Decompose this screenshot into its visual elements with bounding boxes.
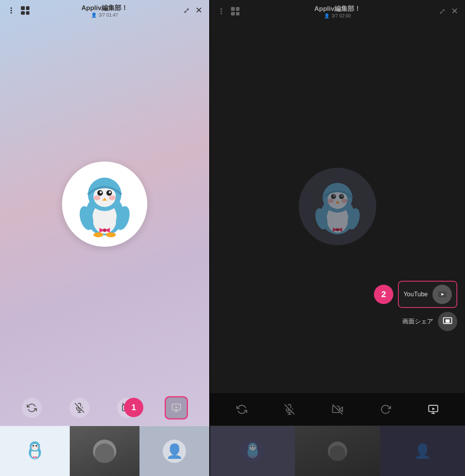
right-call-info: 👤 3/7 02:00	[324, 13, 351, 19]
rotate-button[interactable]	[22, 398, 42, 418]
svg-point-7	[109, 191, 111, 193]
thumbnail-1[interactable]	[0, 426, 70, 476]
screen-share-icon	[443, 316, 453, 326]
mute-button[interactable]	[69, 398, 90, 418]
right-video-off-button[interactable]	[327, 399, 348, 419]
person-count-icon: 👤	[91, 12, 97, 18]
svg-point-70	[250, 445, 256, 450]
right-shrink-icon[interactable]: ⤢	[439, 7, 446, 16]
left-header-icons	[7, 6, 29, 15]
right-rotate-icon	[236, 404, 247, 415]
close-icon[interactable]: ✕	[195, 6, 202, 15]
svg-point-16	[93, 232, 103, 237]
call-subtitle: 3/7 01:47	[98, 12, 118, 18]
left-main-area	[0, 18, 209, 390]
right-grid-icon[interactable]	[231, 7, 239, 15]
share-menu: 2 YouTube 画面シェア	[374, 281, 457, 331]
screen-share-row: 画面シェア	[374, 312, 457, 331]
right-header-right-icons: ⤢ ✕	[439, 6, 458, 16]
person-placeholder: 👤	[163, 440, 186, 463]
call-title: Appliv編集部！	[81, 3, 128, 12]
right-more-icon[interactable]	[217, 7, 226, 15]
left-toolbar: 1	[0, 390, 209, 426]
right-header: Appliv編集部！ 👤 3/7 02:00 ⤢ ✕	[210, 0, 465, 19]
right-mic-off-icon	[284, 404, 295, 415]
svg-point-46	[341, 195, 343, 197]
svg-point-32	[36, 445, 37, 446]
screen-share-label: 画面シェア	[402, 318, 433, 326]
left-thumbnails: 👤	[0, 426, 209, 476]
youtube-icon	[437, 289, 447, 299]
left-header: Appliv編集部！ 👤 3/7 01:47 ⤢ ✕	[0, 0, 209, 18]
right-thumb-penguin	[241, 440, 264, 463]
svg-point-15	[103, 229, 107, 232]
right-refresh-icon	[380, 404, 391, 415]
svg-point-35	[36, 447, 39, 448]
youtube-button[interactable]	[432, 285, 452, 304]
svg-marker-23	[175, 406, 178, 409]
rotate-icon	[27, 403, 37, 413]
play-icon	[171, 403, 181, 413]
header-center: Appliv編集部！ 👤 3/7 01:47	[81, 3, 128, 18]
svg-point-48	[327, 199, 334, 203]
right-close-icon[interactable]: ✕	[451, 6, 458, 16]
right-thumbnail-3[interactable]: 👤	[380, 426, 465, 476]
svg-point-34	[31, 447, 33, 448]
svg-point-9	[93, 195, 100, 200]
screen-share-button[interactable]	[438, 312, 457, 331]
right-rotate-button[interactable]	[232, 399, 252, 419]
youtube-option[interactable]: YouTube	[398, 281, 457, 308]
svg-rect-58	[446, 320, 450, 323]
svg-point-72	[253, 446, 255, 447]
svg-point-49	[341, 199, 348, 203]
right-call-title: Appliv編集部！	[314, 4, 361, 13]
youtube-label: YouTube	[403, 291, 428, 298]
mic-off-icon	[74, 403, 84, 413]
right-thumbnails: 👤	[210, 426, 465, 476]
more-icon[interactable]	[7, 6, 16, 15]
svg-point-54	[336, 228, 339, 231]
grid-icon[interactable]	[21, 6, 29, 15]
right-header-icons: ⤢ ✕	[183, 6, 202, 15]
svg-point-31	[33, 445, 34, 446]
right-header-left-icons	[217, 7, 239, 15]
thumb-penguin	[21, 438, 48, 465]
youtube-share-row: 2 YouTube	[374, 281, 457, 308]
call-info: 👤 3/7 01:47	[91, 12, 118, 18]
right-play-button[interactable]	[423, 399, 443, 419]
svg-point-45	[333, 195, 335, 197]
badge-1: 1	[124, 398, 143, 417]
left-panel: Appliv編集部！ 👤 3/7 01:47 ⤢ ✕	[0, 0, 209, 476]
share-play-button[interactable]	[165, 396, 188, 419]
right-main-area: 2 YouTube 画面シェア	[210, 19, 465, 393]
right-toolbar	[210, 393, 465, 426]
right-call-subtitle: 3/7 02:00	[331, 13, 351, 19]
right-thumbnail-2[interactable]	[295, 426, 380, 476]
right-play-icon	[428, 404, 439, 415]
right-refresh-button[interactable]	[375, 399, 396, 419]
avatar-circle	[62, 162, 147, 247]
badge-2: 2	[374, 285, 393, 304]
right-penguin-avatar	[307, 175, 369, 237]
thumbnail-3[interactable]: 👤	[140, 426, 209, 476]
shrink-icon[interactable]: ⤢	[183, 7, 190, 14]
right-video-off-icon	[332, 404, 343, 415]
svg-point-38	[34, 457, 36, 458]
svg-point-6	[100, 191, 102, 193]
right-panel: Appliv編集部！ 👤 3/7 02:00 ⤢ ✕	[210, 0, 465, 476]
svg-point-10	[109, 195, 116, 200]
svg-marker-64	[432, 407, 435, 410]
right-thumbnail-1[interactable]	[210, 426, 295, 476]
right-mute-button[interactable]	[279, 399, 300, 419]
svg-point-71	[251, 446, 252, 447]
right-avatar-circle	[299, 168, 376, 245]
thumbnail-2[interactable]	[70, 426, 140, 476]
svg-point-17	[106, 232, 116, 237]
penguin-avatar	[70, 169, 140, 239]
right-header-center: Appliv編集部！ 👤 3/7 02:00	[314, 4, 361, 19]
right-person-icon: 👤	[324, 13, 330, 19]
